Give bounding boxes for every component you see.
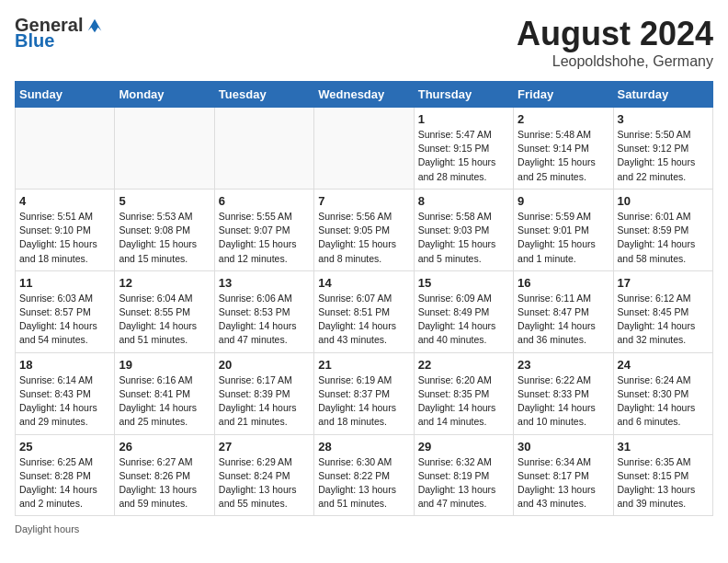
- calendar-cell: 6Sunrise: 5:55 AM Sunset: 9:07 PM Daylig…: [214, 189, 313, 270]
- day-number: 25: [19, 440, 110, 454]
- calendar-cell: 7Sunrise: 5:56 AM Sunset: 9:05 PM Daylig…: [314, 189, 414, 270]
- day-info: Sunrise: 6:16 AM Sunset: 8:41 PM Dayligh…: [119, 373, 210, 430]
- day-info: Sunrise: 6:19 AM Sunset: 8:37 PM Dayligh…: [318, 373, 409, 430]
- calendar-cell: 25Sunrise: 6:25 AM Sunset: 8:28 PM Dayli…: [16, 434, 115, 516]
- calendar-cell: 5Sunrise: 5:53 AM Sunset: 9:08 PM Daylig…: [115, 189, 214, 270]
- calendar-cell: 16Sunrise: 6:11 AM Sunset: 8:47 PM Dayli…: [514, 270, 613, 352]
- calendar-cell: 19Sunrise: 6:16 AM Sunset: 8:41 PM Dayli…: [115, 352, 214, 434]
- calendar-cell: [214, 108, 313, 190]
- day-info: Sunrise: 5:59 AM Sunset: 9:01 PM Dayligh…: [518, 210, 609, 266]
- day-info: Sunrise: 6:11 AM Sunset: 8:47 PM Dayligh…: [518, 292, 609, 348]
- day-info: Sunrise: 5:55 AM Sunset: 9:07 PM Dayligh…: [219, 210, 310, 266]
- day-info: Sunrise: 5:48 AM Sunset: 9:14 PM Dayligh…: [518, 128, 609, 184]
- day-info: Sunrise: 6:09 AM Sunset: 8:49 PM Dayligh…: [418, 292, 509, 348]
- day-number: 24: [618, 358, 709, 372]
- day-info: Sunrise: 6:30 AM Sunset: 8:22 PM Dayligh…: [318, 455, 409, 511]
- title-block: August 2024 Leopoldshohe, Germany: [517, 15, 713, 70]
- calendar-cell: [115, 108, 214, 190]
- footer-note: Daylight hours: [15, 523, 713, 534]
- day-number: 20: [219, 358, 310, 372]
- calendar-week-row: 1Sunrise: 5:47 AM Sunset: 9:15 PM Daylig…: [16, 108, 713, 190]
- day-number: 21: [318, 358, 409, 372]
- calendar-cell: [314, 108, 414, 190]
- day-number: 7: [318, 194, 409, 208]
- day-info: Sunrise: 6:01 AM Sunset: 8:59 PM Dayligh…: [618, 210, 709, 266]
- calendar-cell: 24Sunrise: 6:24 AM Sunset: 8:30 PM Dayli…: [613, 352, 712, 434]
- day-number: 4: [19, 194, 110, 208]
- day-info: Sunrise: 5:58 AM Sunset: 9:03 PM Dayligh…: [418, 210, 509, 266]
- calendar-cell: 3Sunrise: 5:50 AM Sunset: 9:12 PM Daylig…: [613, 108, 712, 190]
- calendar-cell: 13Sunrise: 6:06 AM Sunset: 8:53 PM Dayli…: [214, 270, 313, 352]
- logo: General Blue: [15, 15, 105, 52]
- day-info: Sunrise: 6:29 AM Sunset: 8:24 PM Dayligh…: [219, 455, 310, 511]
- header-day-monday: Monday: [115, 82, 214, 108]
- calendar-cell: 2Sunrise: 5:48 AM Sunset: 9:14 PM Daylig…: [514, 108, 613, 190]
- calendar-cell: 17Sunrise: 6:12 AM Sunset: 8:45 PM Dayli…: [613, 270, 712, 352]
- calendar-table: SundayMondayTuesdayWednesdayThursdayFrid…: [15, 81, 713, 516]
- location-title: Leopoldshohe, Germany: [517, 53, 713, 70]
- calendar-cell: 23Sunrise: 6:22 AM Sunset: 8:33 PM Dayli…: [514, 352, 613, 434]
- header-day-tuesday: Tuesday: [214, 82, 313, 108]
- day-number: 12: [119, 276, 210, 290]
- day-number: 13: [219, 276, 310, 290]
- calendar-cell: [16, 108, 115, 190]
- calendar-cell: 1Sunrise: 5:47 AM Sunset: 9:15 PM Daylig…: [414, 108, 513, 190]
- day-number: 15: [418, 276, 509, 290]
- calendar-cell: 29Sunrise: 6:32 AM Sunset: 8:19 PM Dayli…: [414, 434, 513, 516]
- day-info: Sunrise: 6:27 AM Sunset: 8:26 PM Dayligh…: [119, 455, 210, 511]
- day-number: 16: [518, 276, 609, 290]
- day-number: 10: [618, 194, 709, 208]
- calendar-week-row: 11Sunrise: 6:03 AM Sunset: 8:57 PM Dayli…: [16, 270, 713, 352]
- calendar-cell: 27Sunrise: 6:29 AM Sunset: 8:24 PM Dayli…: [214, 434, 313, 516]
- day-number: 19: [119, 358, 210, 372]
- day-info: Sunrise: 5:50 AM Sunset: 9:12 PM Dayligh…: [618, 128, 709, 184]
- day-number: 9: [518, 194, 609, 208]
- header-day-saturday: Saturday: [613, 82, 712, 108]
- calendar-cell: 15Sunrise: 6:09 AM Sunset: 8:49 PM Dayli…: [414, 270, 513, 352]
- day-info: Sunrise: 5:47 AM Sunset: 9:15 PM Dayligh…: [418, 128, 509, 184]
- day-number: 29: [418, 440, 509, 454]
- calendar-cell: 20Sunrise: 6:17 AM Sunset: 8:39 PM Dayli…: [214, 352, 313, 434]
- day-number: 23: [518, 358, 609, 372]
- month-title: August 2024: [517, 15, 713, 53]
- day-info: Sunrise: 6:22 AM Sunset: 8:33 PM Dayligh…: [518, 373, 609, 430]
- day-info: Sunrise: 6:07 AM Sunset: 8:51 PM Dayligh…: [318, 292, 409, 348]
- logo-icon: [85, 16, 105, 36]
- svg-marker-0: [88, 18, 102, 32]
- day-info: Sunrise: 5:56 AM Sunset: 9:05 PM Dayligh…: [318, 210, 409, 266]
- calendar-cell: 14Sunrise: 6:07 AM Sunset: 8:51 PM Dayli…: [314, 270, 414, 352]
- day-info: Sunrise: 5:51 AM Sunset: 9:10 PM Dayligh…: [19, 210, 110, 266]
- calendar-cell: 21Sunrise: 6:19 AM Sunset: 8:37 PM Dayli…: [314, 352, 414, 434]
- header-day-thursday: Thursday: [414, 82, 513, 108]
- day-number: 27: [219, 440, 310, 454]
- day-number: 22: [418, 358, 509, 372]
- calendar-cell: 22Sunrise: 6:20 AM Sunset: 8:35 PM Dayli…: [414, 352, 513, 434]
- calendar-cell: 12Sunrise: 6:04 AM Sunset: 8:55 PM Dayli…: [115, 270, 214, 352]
- day-number: 17: [618, 276, 709, 290]
- calendar-cell: 26Sunrise: 6:27 AM Sunset: 8:26 PM Dayli…: [115, 434, 214, 516]
- day-info: Sunrise: 6:06 AM Sunset: 8:53 PM Dayligh…: [219, 292, 310, 348]
- day-info: Sunrise: 6:03 AM Sunset: 8:57 PM Dayligh…: [19, 292, 110, 348]
- calendar-cell: 10Sunrise: 6:01 AM Sunset: 8:59 PM Dayli…: [613, 189, 712, 270]
- calendar-cell: 28Sunrise: 6:30 AM Sunset: 8:22 PM Dayli…: [314, 434, 414, 516]
- header-day-sunday: Sunday: [16, 82, 115, 108]
- calendar-cell: 9Sunrise: 5:59 AM Sunset: 9:01 PM Daylig…: [514, 189, 613, 270]
- day-number: 26: [119, 440, 210, 454]
- calendar-cell: 11Sunrise: 6:03 AM Sunset: 8:57 PM Dayli…: [16, 270, 115, 352]
- calendar-cell: 31Sunrise: 6:35 AM Sunset: 8:15 PM Dayli…: [613, 434, 712, 516]
- day-info: Sunrise: 6:20 AM Sunset: 8:35 PM Dayligh…: [418, 373, 509, 430]
- day-number: 3: [618, 112, 709, 126]
- day-number: 6: [219, 194, 310, 208]
- day-info: Sunrise: 6:25 AM Sunset: 8:28 PM Dayligh…: [19, 455, 110, 511]
- header-day-wednesday: Wednesday: [314, 82, 414, 108]
- day-number: 11: [19, 276, 110, 290]
- calendar-header-row: SundayMondayTuesdayWednesdayThursdayFrid…: [16, 82, 713, 108]
- logo-blue-text: Blue: [15, 30, 54, 52]
- day-number: 8: [418, 194, 509, 208]
- calendar-cell: 30Sunrise: 6:34 AM Sunset: 8:17 PM Dayli…: [514, 434, 613, 516]
- day-info: Sunrise: 6:34 AM Sunset: 8:17 PM Dayligh…: [518, 455, 609, 511]
- day-info: Sunrise: 6:35 AM Sunset: 8:15 PM Dayligh…: [618, 455, 709, 511]
- day-info: Sunrise: 6:32 AM Sunset: 8:19 PM Dayligh…: [418, 455, 509, 511]
- day-number: 18: [19, 358, 110, 372]
- calendar-cell: 4Sunrise: 5:51 AM Sunset: 9:10 PM Daylig…: [16, 189, 115, 270]
